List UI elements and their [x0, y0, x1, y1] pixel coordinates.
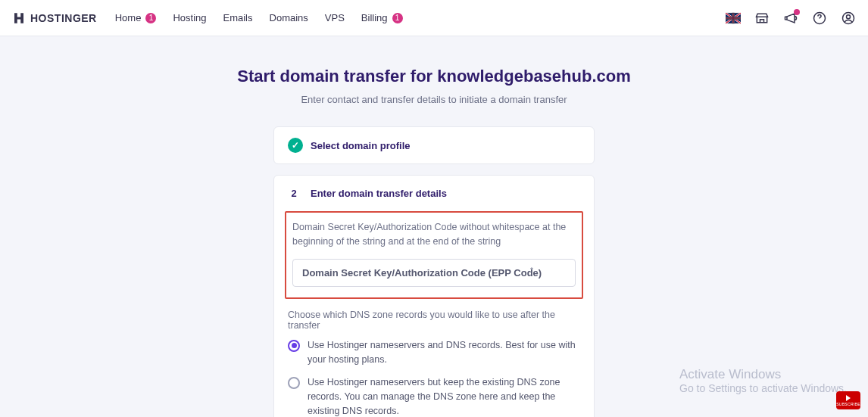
radio-input[interactable]	[288, 377, 300, 389]
dns-option-2[interactable]: Use Hostinger nameservers but keep the e…	[288, 375, 580, 417]
radio-label: Use Hostinger nameservers and DNS record…	[308, 338, 580, 367]
check-icon: ✓	[288, 138, 303, 153]
play-icon	[846, 395, 851, 401]
nav-label: Domains	[270, 12, 308, 23]
nav-label: Emails	[223, 12, 253, 23]
step-1-label: Select domain profile	[311, 140, 410, 151]
account-button[interactable]	[841, 11, 856, 26]
step-2-card: 2 Enter domain transfer details Domain S…	[273, 175, 595, 417]
step-1-card[interactable]: ✓ Select domain profile	[273, 126, 595, 164]
required-marker: *	[530, 266, 533, 275]
main-content: Start domain transfer for knowledgebaseh…	[0, 36, 868, 417]
radio-label: Use Hostinger nameservers but keep the e…	[308, 375, 580, 417]
nav-item-vps[interactable]: VPS	[325, 12, 345, 23]
nav-item-emails[interactable]: Emails	[223, 12, 253, 23]
nav-item-billing[interactable]: Billing 1	[361, 12, 403, 23]
storefront-button[interactable]	[754, 11, 770, 26]
youtube-subscribe-badge[interactable]: SUBSCRIBE	[836, 391, 860, 409]
step-2-header: 2 Enter domain transfer details	[288, 188, 580, 199]
subscribe-label: SUBSCRIBE	[836, 402, 860, 406]
epp-highlight-box: Domain Secret Key/Authorization Code wit…	[285, 211, 583, 299]
svg-rect-4	[726, 17, 741, 19]
nav-label: VPS	[325, 12, 345, 23]
step-number: 2	[288, 188, 300, 199]
notification-dot	[794, 9, 800, 15]
nav-label: Home	[115, 12, 142, 23]
nav-item-hosting[interactable]: Hosting	[173, 12, 206, 23]
hostinger-logo-icon	[12, 11, 26, 25]
page-title: Start domain transfer for knowledgebaseh…	[237, 67, 631, 86]
radio-input[interactable]	[288, 340, 300, 352]
brand-logo[interactable]: HOSTINGER	[12, 11, 97, 25]
storefront-icon	[754, 11, 770, 26]
nav-badge: 1	[145, 13, 156, 23]
account-icon	[841, 11, 856, 26]
page-subtitle: Enter contact and transfer details to in…	[301, 94, 567, 105]
epp-help-text: Domain Secret Key/Authorization Code wit…	[292, 220, 576, 250]
brand-text: HOSTINGER	[30, 12, 97, 24]
main-nav: Home 1 Hosting Emails Domains VPS Billin…	[115, 12, 403, 23]
nav-label: Billing	[361, 12, 388, 23]
help-icon	[812, 11, 827, 26]
announcements-button[interactable]	[783, 11, 798, 26]
step-2-title: Enter domain transfer details	[311, 188, 447, 199]
nav-item-home[interactable]: Home 1	[115, 12, 157, 23]
nav-label: Hosting	[173, 12, 206, 23]
nav-badge: 1	[392, 13, 403, 23]
dns-option-1[interactable]: Use Hostinger nameservers and DNS record…	[288, 338, 580, 367]
flag-uk-icon	[726, 11, 741, 26]
svg-point-7	[847, 14, 851, 18]
topbar-actions	[726, 11, 856, 26]
topbar: HOSTINGER Home 1 Hosting Emails Domains …	[0, 0, 868, 36]
nav-item-domains[interactable]: Domains	[270, 12, 308, 23]
dns-section-title: Choose which DNS zone records you would …	[288, 310, 580, 331]
locale-switcher[interactable]	[726, 11, 741, 26]
help-button[interactable]	[812, 11, 827, 26]
